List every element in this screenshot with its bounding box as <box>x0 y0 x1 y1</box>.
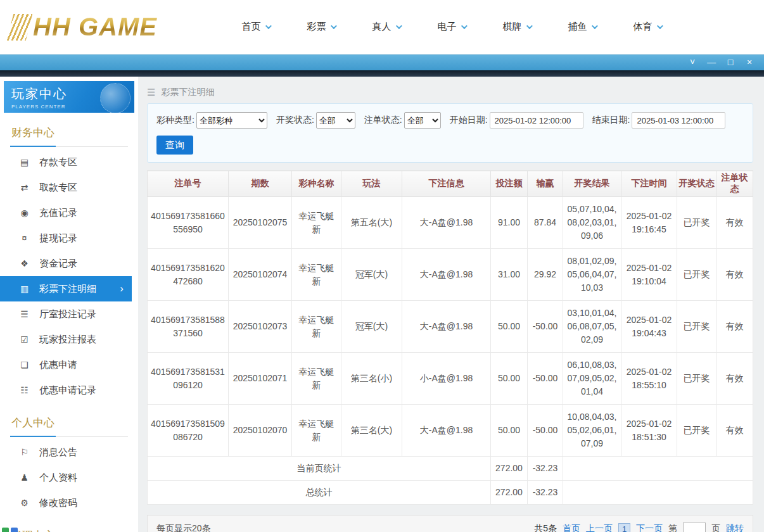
sidebar-item-deposit[interactable]: ▤存款专区 <box>0 149 132 175</box>
nav-item-label: 捕鱼 <box>568 21 587 33</box>
sidebar: 玩家中心 PLAYERS CENTER 财务中心▤存款专区⇄取款专区◉充值记录¤… <box>0 77 138 532</box>
order-status-label: 注单状态: <box>364 115 402 126</box>
sidebar-item-promo-apply-record[interactable]: ☷优惠申请记录 <box>0 377 132 403</box>
sidebar-item-lottery-bet-detail[interactable]: ▥彩票下注明细› <box>0 276 132 301</box>
cell-order-status: 有效 <box>716 405 753 457</box>
cell-bet-info: 大-A盘@1.98 <box>402 301 491 353</box>
cell-draw-result: 10,08,04,03,05,02,06,01,07,09 <box>563 405 621 457</box>
close-icon[interactable]: × <box>740 54 759 70</box>
nav-item-1[interactable]: 首页 <box>223 21 288 33</box>
page-title: 彩票下注明细 <box>161 87 214 98</box>
cell-play-type: 第五名(大) <box>341 197 402 249</box>
search-button[interactable]: 查询 <box>156 136 193 155</box>
cell-period: 20250102074 <box>229 249 292 301</box>
sidebar-item-player-bet-report[interactable]: ☑玩家投注报表 <box>0 327 132 352</box>
nav-item-2[interactable]: 彩票 <box>288 21 353 33</box>
nav-item-5[interactable]: 棋牌 <box>484 21 549 33</box>
cell-win-loss: -50.00 <box>528 301 563 353</box>
sidebar-item-label: 优惠申请记录 <box>39 384 96 396</box>
sidebar-item-funds-record[interactable]: ❖资金记录 <box>0 251 132 276</box>
minimize-icon[interactable]: — <box>702 54 721 70</box>
cell-draw-status: 已开奖 <box>677 197 716 249</box>
cell-draw-status: 已开奖 <box>677 301 716 353</box>
col-header-order-status: 注单状态 <box>716 171 753 197</box>
deposit-icon: ▤ <box>19 157 30 167</box>
cell-order-status: 有效 <box>716 301 753 353</box>
nav-item-6[interactable]: 捕鱼 <box>549 21 614 33</box>
summary-empty <box>563 457 753 481</box>
cell-order-id: 401569173581531096120 <box>148 353 229 405</box>
cell-order-id: 401569173581660556950 <box>148 197 229 249</box>
cell-draw-result: 08,01,02,09,05,06,04,07,10,03 <box>563 249 621 301</box>
taskbar-blue-icon <box>11 528 18 532</box>
cell-play-type: 冠军(大) <box>341 249 402 301</box>
nav-item-4[interactable]: 电子 <box>419 21 484 33</box>
sidebar-item-label: 玩家投注报表 <box>39 334 96 346</box>
pagination-bar: 每页显示20条 共5条 首页 上一页 1 下一页 第 页 跳转 <box>147 515 753 532</box>
col-header-draw-result: 开奖结果 <box>563 171 621 197</box>
sidebar-item-cashout-record[interactable]: ¤提现记录 <box>0 225 132 251</box>
cell-win-loss: 87.84 <box>528 197 563 249</box>
chevron-down-icon <box>526 23 532 29</box>
cell-play-type: 冠军(大) <box>341 301 402 353</box>
next-page-link[interactable]: 下一页 <box>636 523 663 532</box>
cell-bet-info: 大-A盘@1.98 <box>402 197 491 249</box>
sidebar-item-room-bet-record[interactable]: ☰厅室投注记录 <box>0 301 132 327</box>
sidebar-item-profile[interactable]: ♟个人资料 <box>0 465 132 490</box>
draw-status-select[interactable]: 全部 <box>316 112 355 129</box>
logo-stripes-icon <box>7 14 32 41</box>
cell-bet-time: 2025-01-02 18:51:30 <box>621 405 677 457</box>
sidebar-item-announcements[interactable]: ⚐消息公告 <box>0 440 132 465</box>
chevron-down-icon[interactable]: ˅ <box>683 54 702 70</box>
logo[interactable]: HH GAME <box>10 13 194 41</box>
table-body: 40156917358166055695020250102075幸运飞艇新第五名… <box>148 197 753 505</box>
table-row: 40156917358162047268020250102074幸运飞艇新冠军(… <box>148 249 753 301</box>
summary-bet-amount: 272.00 <box>491 481 528 505</box>
cell-period: 20250102071 <box>229 353 292 405</box>
cell-play-type: 第三名(小) <box>341 353 402 405</box>
cashout-record-icon: ¤ <box>19 233 30 243</box>
nav-item-label: 体育 <box>633 21 653 33</box>
cell-bet-time: 2025-01-02 19:10:04 <box>621 249 677 301</box>
cell-bet-amount: 50.00 <box>491 301 528 353</box>
sidebar-item-label: 修改密码 <box>39 497 77 509</box>
table-header-row: 注单号期数彩种名称玩法下注信息投注额输赢开奖结果下注时间开奖状态注单状态 <box>148 171 753 197</box>
nav-item-7[interactable]: 体育 <box>614 21 680 33</box>
col-header-win-loss: 输赢 <box>528 171 563 197</box>
prev-page-link[interactable]: 上一页 <box>586 523 613 532</box>
col-header-lottery-name: 彩种名称 <box>292 171 341 197</box>
filter-panel: 彩种类型: 全部彩种 开奖状态: 全部 注单状态: 全部 开始日期: 结束日期:… <box>147 103 753 163</box>
first-page-link[interactable]: 首页 <box>563 523 580 532</box>
cell-bet-info: 小-A盘@1.98 <box>402 353 491 405</box>
sidebar-item-recharge-record[interactable]: ◉充值记录 <box>0 200 132 225</box>
lottery-type-select[interactable]: 全部彩种 <box>196 112 267 129</box>
jump-suffix: 页 <box>711 523 720 532</box>
page-size-text: 每页显示20条 <box>156 523 211 532</box>
order-status-select[interactable]: 全部 <box>404 112 441 129</box>
menu-icon[interactable]: ☰ <box>147 87 155 98</box>
gear-icon: ⚙ <box>19 498 30 508</box>
chevron-down-icon <box>395 23 402 29</box>
summary-row: 当前页统计272.00-32.23 <box>148 457 753 481</box>
current-page[interactable]: 1 <box>618 523 630 532</box>
sidebar-item-label: 存款专区 <box>39 156 77 168</box>
cell-bet-time: 2025-01-02 19:16:45 <box>621 197 677 249</box>
page-jump-input[interactable] <box>683 522 706 532</box>
summary-row: 总统计272.00-32.23 <box>148 481 753 505</box>
jump-button[interactable]: 跳转 <box>726 523 744 532</box>
end-date-input[interactable] <box>632 112 725 129</box>
summary-label: 总统计 <box>148 481 491 505</box>
start-date-input[interactable] <box>490 112 583 129</box>
recharge-record-icon: ◉ <box>19 208 30 218</box>
sidebar-item-change-password[interactable]: ⚙修改密码 <box>0 490 132 516</box>
cell-win-loss: -50.00 <box>528 405 563 457</box>
maximize-icon[interactable]: □ <box>721 54 740 70</box>
cell-draw-result: 05,07,10,04,08,02,03,01,09,06 <box>563 197 621 249</box>
sidebar-item-promo-apply[interactable]: ❏优惠申请 <box>0 352 132 377</box>
col-header-bet-amount: 投注额 <box>491 171 528 197</box>
cell-order-id: 401569173581620472680 <box>148 249 229 301</box>
chevron-down-icon <box>265 23 271 29</box>
summary-empty <box>563 481 753 505</box>
nav-item-3[interactable]: 真人 <box>353 21 419 33</box>
sidebar-item-withdraw[interactable]: ⇄取款专区 <box>0 175 132 200</box>
